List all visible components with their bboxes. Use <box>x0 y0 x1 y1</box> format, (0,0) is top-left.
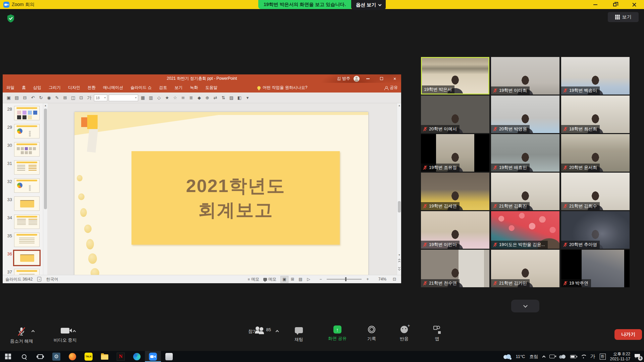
toolbar-icon[interactable]: 가 <box>86 95 93 101</box>
ime-korean-indicator[interactable]: 한 <box>600 354 606 360</box>
scroll-up-arrow[interactable]: ▲ <box>43 103 48 108</box>
participant-tile[interactable]: 21학번 김휘진 <box>491 173 559 210</box>
netflix[interactable]: N <box>113 351 129 362</box>
notes-button[interactable]: ≡메모 <box>248 277 259 282</box>
slide-thumbnail[interactable] <box>14 251 40 265</box>
battery-icon[interactable] <box>570 355 576 358</box>
next-slide-button[interactable] <box>397 265 401 271</box>
slide-thumbnail[interactable] <box>14 196 40 211</box>
slide-thumbnail[interactable] <box>14 160 40 175</box>
toolbar-icon[interactable]: ▨ <box>228 95 235 100</box>
ribbon-tab[interactable]: 보기 <box>171 83 186 93</box>
reactions-button[interactable]: 반응 <box>400 326 409 342</box>
scroll-participants-down-button[interactable] <box>511 300 539 312</box>
capture-app[interactable] <box>161 351 177 362</box>
view-options-button[interactable]: 옵션 보기 <box>351 0 386 10</box>
participant-tile[interactable]: 19학번 김세연 <box>421 173 489 210</box>
ribbon-tab[interactable]: 그리기 <box>45 83 64 93</box>
participant-tile[interactable]: 19 박주연 <box>561 250 630 287</box>
zoom-slider[interactable] <box>327 279 362 280</box>
tray-camera-icon[interactable] <box>549 355 555 358</box>
participant-tile[interactable]: 19학번 이민아 <box>421 211 489 249</box>
ribbon-tab[interactable]: 도움말 <box>202 83 221 93</box>
toolbar-icon[interactable]: ⊟ <box>21 95 28 101</box>
ribbon-tab[interactable]: 디자인 <box>64 83 84 93</box>
kakaotalk[interactable]: TALK <box>80 351 97 362</box>
ppt-share-button[interactable]: 공유 <box>384 85 398 90</box>
fit-to-window-button[interactable]: ⊡ <box>390 276 398 283</box>
apps-button[interactable]: 앱 <box>433 326 441 342</box>
scroll-down-arrow[interactable]: ▼ <box>397 253 401 257</box>
ribbon-tab[interactable]: 애니메이션 <box>99 83 127 93</box>
toolbar-icon[interactable]: ◆ <box>196 95 203 100</box>
scroll-up-arrow[interactable]: ▲ <box>397 103 401 108</box>
taskbar-clock[interactable]: 오후 8:22 2021-11-17 <box>610 352 631 362</box>
font-size-box[interactable]: 18▾ <box>94 95 107 101</box>
zoom-slider-thumb[interactable] <box>345 277 346 281</box>
toolbar-icon[interactable]: ≡ <box>180 95 186 100</box>
wifi-icon[interactable] <box>581 355 586 359</box>
restore-button[interactable] <box>605 0 625 9</box>
toolbar-icon[interactable]: ◫ <box>70 95 76 101</box>
toolbar-icon[interactable]: ◧ <box>236 95 243 100</box>
toolbar-icon[interactable]: ▾ <box>244 95 251 100</box>
ribbon-tab[interactable]: 전환 <box>84 83 99 93</box>
slide-thumbnail[interactable] <box>14 142 40 157</box>
participant-tile[interactable]: 19이도은 박한울 김윤... <box>491 211 559 249</box>
toolbar-icon[interactable]: ▦ <box>140 95 146 100</box>
normal-view-button[interactable]: ▣ <box>280 276 288 283</box>
reading-view-button[interactable]: ▤ <box>297 276 305 283</box>
ppt-restore-button[interactable] <box>376 74 386 83</box>
ime-mode-indicator[interactable]: 가 <box>590 353 595 360</box>
file-explorer[interactable] <box>97 351 113 362</box>
minimize-button[interactable] <box>586 0 605 9</box>
participant-tile[interactable]: 19학번 조유정 <box>421 134 489 172</box>
record-button[interactable]: 기록 <box>367 326 376 342</box>
slide-thumbnail[interactable] <box>14 215 40 229</box>
font-name-box[interactable]: ▾ <box>109 95 138 101</box>
chat-button[interactable]: 채팅 <box>294 326 303 343</box>
participants-button[interactable]: 85 참가자 <box>248 326 261 335</box>
weather-desc[interactable]: 흐림 <box>530 354 538 360</box>
slide-thumbnail[interactable] <box>14 269 40 275</box>
toolbar-icon[interactable]: ⇅ <box>220 95 227 100</box>
task-view[interactable] <box>32 351 48 362</box>
slide-thumbnail[interactable] <box>14 106 40 120</box>
language-indicator[interactable]: 한국어 <box>46 277 58 282</box>
toolbar-icon[interactable]: ▥ <box>148 95 154 100</box>
toolbar-icon[interactable]: ↶ <box>30 95 36 101</box>
participants-caret[interactable] <box>276 330 279 334</box>
toolbar-icon[interactable]: ☆ <box>172 95 178 100</box>
toolbar-icon[interactable]: ⊞ <box>62 95 68 101</box>
zoom-out-button[interactable]: − <box>317 276 325 283</box>
participant-tile[interactable]: 20학번 추아영 <box>561 211 630 249</box>
slideshow-button[interactable]: ▷ <box>305 276 313 283</box>
accessibility-icon[interactable]: x <box>37 277 41 282</box>
comments-button[interactable]: 메모 <box>263 277 276 282</box>
close-button[interactable] <box>625 0 644 9</box>
participant-tile[interactable]: 18학번 최선희 <box>561 96 630 133</box>
zoom[interactable] <box>145 351 161 362</box>
participant-tile[interactable]: 21학번 김가민 <box>491 250 559 287</box>
unmute-button[interactable]: 음소거 해제 <box>10 327 33 344</box>
stop-video-button[interactable]: 비디오 중지 <box>54 327 77 343</box>
participant-tile[interactable]: 19학번 배효민 <box>491 134 559 172</box>
toolbar-icon[interactable]: ⊡ <box>78 95 85 101</box>
toolbar-icon[interactable]: ★ <box>164 95 170 100</box>
participant-tile[interactable]: 20학번 이예서 <box>421 96 489 133</box>
security-shield-icon[interactable] <box>7 14 15 24</box>
participant-tile[interactable]: 19학번 이다희 <box>491 57 559 95</box>
whale-browser[interactable] <box>129 351 145 362</box>
canvas-scrollbar[interactable]: ▲ ▼ <box>397 103 401 275</box>
action-center-button[interactable]: 4 <box>635 354 641 360</box>
weather-temp[interactable]: 11°C <box>516 354 525 359</box>
ribbon-tab[interactable]: 검토 <box>155 83 171 93</box>
ribbon-tab[interactable]: 삽입 <box>30 83 45 93</box>
scrollbar-thumb[interactable] <box>398 201 401 213</box>
scrollbar-thumb[interactable] <box>44 109 47 209</box>
toolbar-icon[interactable]: ✎ <box>54 95 60 101</box>
orange-app[interactable] <box>64 351 80 362</box>
participant-tile[interactable]: 20학번 박영원 <box>491 96 559 133</box>
ppt-close-button[interactable]: × <box>390 74 400 83</box>
participant-tile[interactable]: 20학번 윤서희 <box>561 134 630 172</box>
